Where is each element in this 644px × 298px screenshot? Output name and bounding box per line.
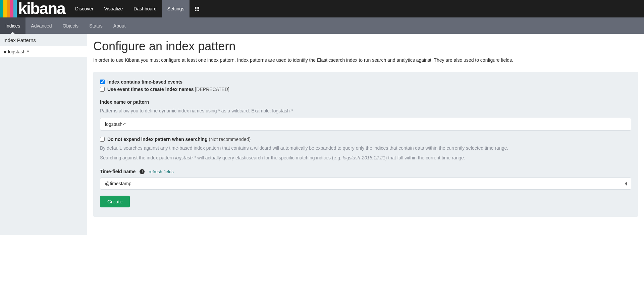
checkbox-no-expand[interactable] — [100, 137, 105, 142]
info-icon[interactable]: i — [140, 169, 145, 174]
apps-grid-icon — [195, 7, 199, 11]
checkbox-event-times-label[interactable]: Use event times to create index names [D… — [107, 87, 229, 92]
kibana-wordmark: kibana — [18, 1, 65, 17]
sidebar-header: Index Patterns — [0, 34, 87, 46]
checkbox-row-event-times: Use event times to create index names [D… — [100, 87, 631, 92]
kibana-stripes-icon — [0, 0, 17, 17]
checkbox-row-time-events: Index contains time-based events — [100, 79, 631, 85]
star-icon: ★ — [3, 50, 7, 54]
nav-discover[interactable]: Discover — [70, 0, 99, 17]
sidebar-item-label: logstash-* — [8, 49, 29, 54]
page-description: In order to use Kibana you must configur… — [93, 57, 638, 64]
time-field-select[interactable]: @timestamp — [100, 178, 631, 190]
time-field-select-wrap: @timestamp ▲▼ — [100, 178, 631, 190]
index-name-hint: Patterns allow you to define dynamic ind… — [100, 107, 631, 114]
time-field-row: Time-field name i refresh fields — [100, 169, 631, 174]
sidebar: Index Patterns ★ logstash-* — [0, 34, 87, 235]
expand-desc-2: Searching against the index pattern logs… — [100, 154, 631, 161]
subnav-objects[interactable]: Objects — [57, 17, 84, 34]
checkbox-no-expand-label[interactable]: Do not expand index pattern when searchi… — [107, 137, 251, 142]
sidebar-item-logstash[interactable]: ★ logstash-* — [0, 46, 87, 57]
checkbox-row-no-expand: Do not expand index pattern when searchi… — [100, 137, 631, 142]
kibana-logo[interactable]: kibana — [0, 0, 70, 17]
refresh-fields-link[interactable]: refresh fields — [149, 169, 173, 174]
nav-visualize[interactable]: Visualize — [99, 0, 128, 17]
nav-dashboard[interactable]: Dashboard — [128, 0, 162, 17]
checkbox-event-times[interactable] — [100, 87, 105, 92]
subnav-indices[interactable]: Indices — [0, 17, 25, 34]
subnav-advanced[interactable]: Advanced — [25, 17, 57, 34]
settings-subnav: Indices Advanced Objects Status About — [0, 17, 644, 34]
nav-apps[interactable] — [190, 0, 205, 17]
index-name-label: Index name or pattern — [100, 99, 631, 105]
checkbox-time-events[interactable] — [100, 80, 105, 84]
page-title: Configure an index pattern — [93, 39, 638, 53]
expand-desc-1: By default, searches against any time-ba… — [100, 145, 631, 152]
index-name-input[interactable] — [100, 118, 631, 131]
top-nav-bar: kibana Discover Visualize Dashboard Sett… — [0, 0, 644, 17]
time-field-label: Time-field name — [100, 169, 136, 174]
checkbox-time-events-label[interactable]: Index contains time-based events — [107, 79, 182, 85]
subnav-status[interactable]: Status — [84, 17, 108, 34]
subnav-about[interactable]: About — [108, 17, 131, 34]
main-content: Configure an index pattern In order to u… — [87, 34, 644, 235]
create-button[interactable]: Create — [100, 196, 130, 207]
configure-panel: Index contains time-based events Use eve… — [93, 72, 638, 217]
main-nav: Discover Visualize Dashboard Settings — [70, 0, 205, 17]
nav-settings[interactable]: Settings — [162, 0, 190, 17]
